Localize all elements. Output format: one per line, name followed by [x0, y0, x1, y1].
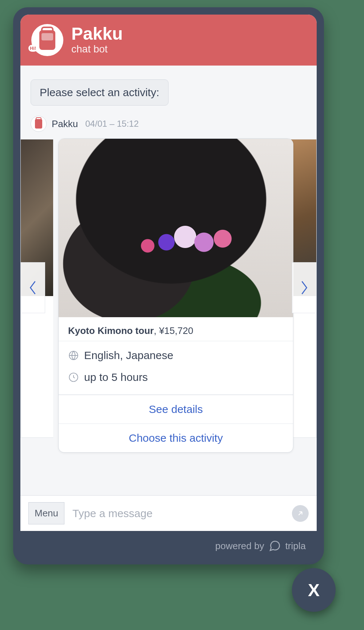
- activity-price: ¥15,720: [159, 325, 193, 336]
- activity-duration: up to 5 hours: [84, 371, 148, 383]
- carousel-next-button[interactable]: [292, 262, 317, 313]
- bot-subtitle: chat bot: [71, 43, 123, 55]
- system-message: Please select an activity:: [31, 79, 169, 106]
- chat-body: Please select an activity: Pakku 04/01 –…: [20, 66, 317, 495]
- chat-header: Hi! Pakku chat bot: [20, 15, 317, 66]
- close-widget-button[interactable]: X: [292, 568, 336, 612]
- message-input[interactable]: [72, 507, 284, 520]
- activity-card: Kyoto Kimono tour, ¥15,720 English, Japa…: [58, 138, 293, 453]
- chat-bubble-icon: [269, 540, 281, 552]
- sender-avatar: [31, 116, 47, 132]
- activity-carousel: Kyoto Kimono tour, ¥15,720 English, Japa…: [20, 138, 317, 448]
- bot-avatar: Hi!: [31, 24, 63, 56]
- chat-widget-frame: Hi! Pakku chat bot Please select an acti…: [13, 7, 324, 564]
- globe-icon: [68, 350, 79, 361]
- powered-by-label: powered by: [215, 540, 264, 552]
- chat-screen: Hi! Pakku chat bot Please select an acti…: [20, 15, 317, 531]
- send-button[interactable]: [292, 505, 309, 522]
- see-details-button[interactable]: See details: [59, 395, 293, 424]
- carousel-prev-button[interactable]: [20, 262, 45, 313]
- message-sender-row: Pakku 04/01 – 15:12: [31, 116, 306, 132]
- bot-title: Pakku: [71, 25, 123, 43]
- activity-title-row: Kyoto Kimono tour, ¥15,720: [59, 317, 293, 341]
- powered-by-brand: tripla: [285, 540, 306, 552]
- menu-button[interactable]: Menu: [28, 502, 64, 524]
- activity-title: Kyoto Kimono tour: [68, 325, 154, 336]
- activity-image: [59, 139, 293, 317]
- suitcase-icon: [39, 30, 55, 50]
- activity-languages: English, Japanese: [84, 349, 173, 362]
- powered-by-footer: powered by tripla: [20, 531, 317, 552]
- sender-name: Pakku: [52, 118, 78, 130]
- choose-activity-button[interactable]: Choose this activity: [59, 424, 293, 452]
- hi-bubble: Hi!: [28, 45, 37, 52]
- clock-icon: [68, 372, 79, 383]
- sender-timestamp: 04/01 – 15:12: [85, 119, 139, 129]
- message-composer: Menu: [20, 495, 317, 531]
